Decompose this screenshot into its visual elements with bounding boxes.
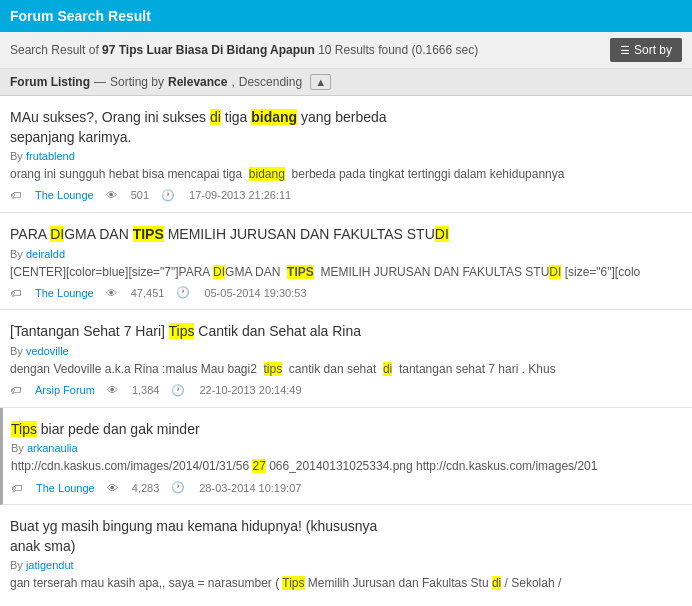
sorting-value: Relevance bbox=[168, 75, 227, 89]
meta-tag-icon: 🏷 bbox=[10, 384, 21, 396]
meta-date: 17-09-2013 21:26:11 bbox=[189, 189, 291, 201]
meta-tag[interactable]: The Lounge bbox=[36, 482, 95, 494]
meta-views: 501 bbox=[131, 189, 149, 201]
sort-icon: ☰ bbox=[620, 44, 630, 57]
result-link[interactable]: PARA DIGMA DAN TIPS MEMILIH JURUSAN DAN … bbox=[10, 226, 449, 242]
meta-date-icon: 🕐 bbox=[176, 286, 190, 299]
meta-date: 05-05-2014 19:30:53 bbox=[204, 287, 306, 299]
header: Forum Search Result bbox=[0, 0, 692, 32]
result-item: Tips biar pede dan gak minder By arkanau… bbox=[0, 408, 692, 505]
sort-label: Sort by bbox=[634, 43, 672, 57]
highlight-di3: DI bbox=[435, 226, 449, 242]
search-query: 97 Tips Luar Biasa Di Bidang Apapun bbox=[102, 43, 315, 57]
listing-order: Descending bbox=[239, 75, 302, 89]
meta-tag-icon: 🏷 bbox=[11, 482, 22, 494]
meta-date: 22-10-2013 20:14:49 bbox=[199, 384, 301, 396]
result-meta: 🏷 The Lounge 👁 4,283 🕐 28-03-2014 10:19:… bbox=[11, 481, 682, 494]
meta-views: 47,451 bbox=[131, 287, 165, 299]
forum-listing-text: Forum Listing bbox=[10, 75, 90, 89]
result-link[interactable]: [Tantangan Sehat 7 Hari] Tips Cantik dan… bbox=[10, 323, 361, 339]
result-excerpt: gan terserah mau kasih apa,, saya = nara… bbox=[10, 575, 682, 592]
result-item: MAu sukses?, Orang ini sukses di tiga bi… bbox=[0, 96, 692, 213]
exc-27: 27 bbox=[252, 459, 265, 473]
meta-views-icon: 👁 bbox=[106, 287, 117, 299]
author-link[interactable]: deiraldd bbox=[26, 248, 65, 260]
result-item: PARA DIGMA DAN TIPS MEMILIH JURUSAN DAN … bbox=[0, 213, 692, 310]
highlight-tips3: Tips bbox=[11, 421, 37, 437]
meta-views: 4,283 bbox=[132, 482, 160, 494]
results-container: MAu sukses?, Orang ini sukses di tiga bi… bbox=[0, 96, 692, 606]
listing-separator: — bbox=[94, 75, 106, 89]
result-excerpt: orang ini sungguh hebat bisa mencapai ti… bbox=[10, 166, 682, 183]
meta-tag-icon: 🏷 bbox=[10, 287, 21, 299]
meta-views-icon: 👁 bbox=[107, 482, 118, 494]
search-prefix: Search Result of bbox=[10, 43, 99, 57]
result-excerpt: http://cdn.kaskus.com/images/2014/01/31/… bbox=[11, 458, 682, 475]
result-title: Buat yg masih bingung mau kemana hidupny… bbox=[10, 517, 682, 556]
sorting-label: Sorting by bbox=[110, 75, 164, 89]
author-link[interactable]: arkanaulia bbox=[27, 442, 78, 454]
result-by: By jatigendut bbox=[10, 559, 682, 571]
author-link[interactable]: jatigendut bbox=[26, 559, 74, 571]
result-by: By frutablend bbox=[10, 150, 682, 162]
exc-hi3: DI bbox=[549, 265, 561, 279]
listing-separator2: , bbox=[231, 75, 234, 89]
header-title: Forum Search Result bbox=[10, 8, 151, 24]
result-title: MAu sukses?, Orang ini sukses di tiga bi… bbox=[10, 108, 682, 147]
result-excerpt: [CENTER][color=blue][size="7"]PARA DIGMA… bbox=[10, 264, 682, 281]
expand-button[interactable]: ▲ bbox=[310, 74, 331, 90]
highlight-di: di bbox=[210, 109, 221, 125]
result-link[interactable]: Tips biar pede dan gak minder bbox=[11, 421, 200, 437]
result-by: By arkanaulia bbox=[11, 442, 682, 454]
excerpt-highlight: bidang bbox=[249, 167, 285, 181]
meta-date-icon: 🕐 bbox=[171, 384, 185, 397]
result-excerpt: dengan Vedoville a.k.a Rina :malus Mau b… bbox=[10, 361, 682, 378]
result-by: By vedoville bbox=[10, 345, 682, 357]
result-item: Buat yg masih bingung mau kemana hidupny… bbox=[0, 505, 692, 606]
search-info-text: Search Result of 97 Tips Luar Biasa Di B… bbox=[10, 43, 478, 57]
author-link[interactable]: vedoville bbox=[26, 345, 69, 357]
meta-date-icon: 🕐 bbox=[161, 189, 175, 202]
highlight-tips2: Tips bbox=[169, 323, 195, 339]
meta-views-icon: 👁 bbox=[107, 384, 118, 396]
meta-views-icon: 👁 bbox=[106, 189, 117, 201]
exc-di: di bbox=[383, 362, 392, 376]
exc-di2: di bbox=[492, 576, 501, 590]
search-info-bar: Search Result of 97 Tips Luar Biasa Di B… bbox=[0, 32, 692, 69]
result-link[interactable]: Buat yg masih bingung mau kemana hidupny… bbox=[10, 518, 377, 554]
result-meta: 🏷 Arsip Forum 👁 1,384 🕐 22-10-2013 20:14… bbox=[10, 384, 682, 397]
result-by: By deiraldd bbox=[10, 248, 682, 260]
meta-tag[interactable]: The Lounge bbox=[35, 287, 94, 299]
meta-tag-icon: 🏷 bbox=[10, 189, 21, 201]
highlight-tips: TIPS bbox=[133, 226, 164, 242]
search-suffix: 10 Results found (0.1666 sec) bbox=[318, 43, 478, 57]
result-title: [Tantangan Sehat 7 Hari] Tips Cantik dan… bbox=[10, 322, 682, 342]
author-link[interactable]: frutablend bbox=[26, 150, 75, 162]
result-item: [Tantangan Sehat 7 Hari] Tips Cantik dan… bbox=[0, 310, 692, 407]
meta-views: 1,384 bbox=[132, 384, 160, 396]
meta-tag[interactable]: Arsip Forum bbox=[35, 384, 95, 396]
result-meta: 🏷 The Lounge 👁 47,451 🕐 05-05-2014 19:30… bbox=[10, 286, 682, 299]
exc-tips: tips bbox=[264, 362, 283, 376]
meta-date: 28-03-2014 10:19:07 bbox=[199, 482, 301, 494]
exc-tips2: Tips bbox=[282, 576, 304, 590]
sort-by-button[interactable]: ☰ Sort by bbox=[610, 38, 682, 62]
highlight-di2: DI bbox=[50, 226, 64, 242]
forum-listing-bar: Forum Listing — Sorting by Relevance , D… bbox=[0, 69, 692, 96]
meta-tag[interactable]: The Lounge bbox=[35, 189, 94, 201]
meta-date-icon: 🕐 bbox=[171, 481, 185, 494]
result-title: Tips biar pede dan gak minder bbox=[11, 420, 682, 440]
result-title: PARA DIGMA DAN TIPS MEMILIH JURUSAN DAN … bbox=[10, 225, 682, 245]
exc-hi1: DI bbox=[213, 265, 225, 279]
result-meta: 🏷 The Lounge 👁 501 🕐 17-09-2013 21:26:11 bbox=[10, 189, 682, 202]
exc-hi2: TIPS bbox=[287, 265, 314, 279]
result-link[interactable]: MAu sukses?, Orang ini sukses di tiga bi… bbox=[10, 109, 387, 145]
highlight-bidang: bidang bbox=[251, 109, 297, 125]
